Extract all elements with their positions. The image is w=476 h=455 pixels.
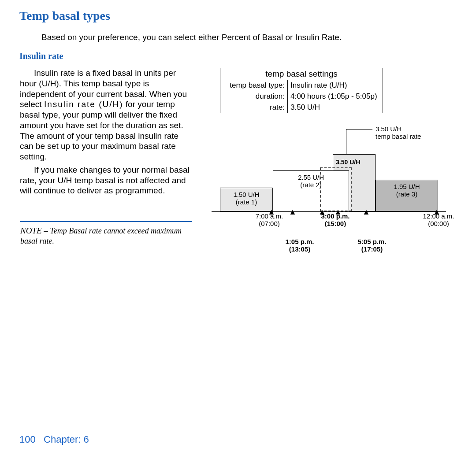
basal-rate-chart: 3.50 U/H temp basal rate 3.50 U/H 1.50 U… [212,110,458,264]
tick-3pm: 3:00 p.m. (15:00) [313,212,357,227]
tick-primary: 12:00 a.m. [423,212,454,220]
rate3-bar: 1.95 U/H (rate 3) [376,180,438,211]
rate2-name: (rate 2) [300,181,321,189]
tick-7am: 7:00 a.m. (07:00) [249,212,289,227]
body-column: Insulin rate is a fixed basal in units p… [20,68,193,199]
callout-line2: temp basal rate [376,133,421,140]
page-number: 100 [19,434,36,445]
tick-secondary: (07:00) [259,220,280,227]
temp-basal-settings-table: temp basal settings temp basal type: Ins… [220,68,383,113]
rate1-name: (rate 1) [236,198,257,206]
tick-arrow-icon: ▲ [289,207,297,217]
ui-term-insulin-rate: Insulin rate (U/H) [44,100,123,109]
page-title: Temp basal types [19,9,110,23]
intro-text: Based on your preference, you can select… [41,33,342,42]
callout-leader-v [346,129,346,154]
note-lead: NOTE – [20,226,48,235]
subheading-insulin-rate: Insulin rate [19,51,63,61]
callout-text: 3.50 U/H temp basal rate [376,125,421,141]
page-footer: 100 Chapter: 6 [19,434,89,445]
temp-basal-overlap-box [320,167,352,211]
callout-leader-h [346,129,372,129]
note-divider [20,221,192,222]
tick-primary: 7:00 a.m. [256,212,283,220]
tick-secondary: (13:05) [289,245,310,253]
tick-secondary: (17:05) [361,245,383,253]
table-label-duration: duration: [220,91,288,102]
paragraph-1: Insulin rate is a fixed basal in units p… [20,68,193,162]
tick-primary: 3:00 p.m. [321,212,350,220]
tick-arrow-icon: ▲ [362,207,370,217]
callout-line1: 3.50 U/H [376,125,402,133]
tick-505pm: 5:05 p.m. (17:05) [350,238,394,253]
chapter-label: Chapter: [44,434,81,445]
tick-primary: 1:05 p.m. [285,238,314,245]
tick-secondary: (00:00) [428,220,449,227]
time-axis [212,211,446,212]
note-block: NOTE – Temp Basal rate cannot exceed max… [20,226,193,246]
rate1-value: 1.50 U/H [233,191,259,198]
tick-secondary: (15:00) [325,220,346,227]
tick-105pm: 1:05 p.m. (13:05) [278,238,322,253]
tick-12am: 12:00 a.m. (00:00) [414,212,463,227]
chapter-number: 6 [84,434,89,445]
table-value-duration: 4:00 hours (1:05p - 5:05p) [288,91,383,102]
tick-primary: 5:05 p.m. [357,238,386,245]
table-label-type: temp basal type: [220,80,288,91]
rate3-name: (rate 3) [396,190,417,198]
rate1-bar: 1.50 U/H (rate 1) [220,188,273,211]
table-value-type: Insulin rate (U/H) [288,80,383,91]
paragraph-2: If you make changes to your normal basal… [20,165,193,196]
temp-basal-bar-label: 3.50 U/H [336,159,360,166]
rate3-value: 1.95 U/H [394,183,420,190]
table-title: temp basal settings [220,68,383,80]
